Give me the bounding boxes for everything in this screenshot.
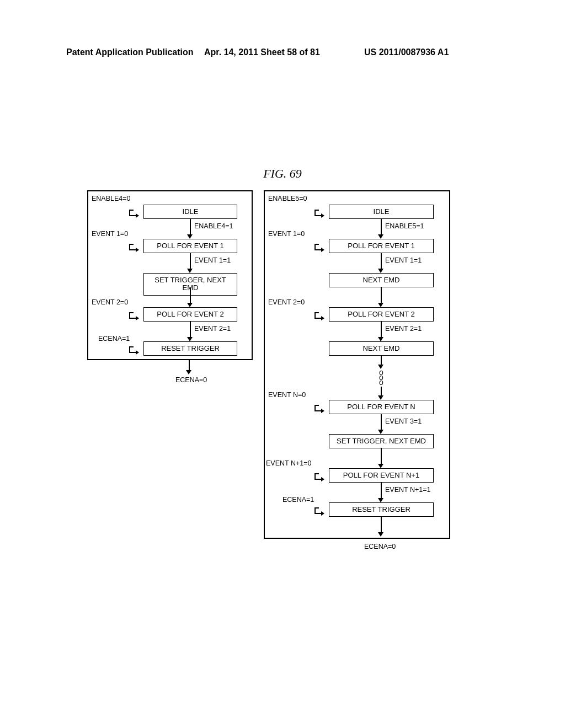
label-ecena0-left: ECENA=0 — [175, 376, 207, 384]
loop-icon — [315, 507, 326, 515]
loop-icon — [129, 312, 140, 320]
loop-icon — [315, 244, 326, 251]
label-event1-1-right: EVENT 1=1 — [385, 256, 422, 264]
label-event2-0-left: EVENT 2=0 — [92, 298, 128, 306]
label-ecena0-right: ECENA=0 — [364, 543, 396, 550]
state-trigger-right: SET TRIGGER, NEXT EMD — [329, 434, 434, 448]
label-event1-1-left: EVENT 1=1 — [194, 256, 231, 264]
label-eventN-0: EVENT N=0 — [268, 391, 306, 399]
label-event2-1-right: EVENT 2=1 — [385, 325, 422, 333]
header-publication: Patent Application Publication — [66, 47, 194, 57]
state-poll1-left: POLL FOR EVENT 1 — [143, 239, 237, 253]
loop-icon — [315, 210, 326, 217]
label-ecena1-left: ECENA=1 — [98, 335, 130, 342]
loop-icon — [129, 346, 140, 354]
loop-icon — [129, 244, 140, 251]
loop-icon — [315, 473, 326, 481]
state-pollN1-right: POLL FOR EVENT N+1 — [329, 468, 434, 483]
label-enable4-0: ENABLE4=0 — [92, 195, 131, 202]
label-eventN1-0: EVENT N+1=0 — [266, 459, 311, 467]
label-eventN1-1: EVENT N+1=1 — [385, 486, 430, 494]
label-ecena1-right: ECENA=1 — [282, 496, 314, 504]
label-enable4-1: ENABLE4=1 — [194, 222, 233, 230]
right-fsm-panel: ENABLE5=0 IDLE ENABLE5=1 EVENT 1=0 POLL … — [264, 190, 450, 539]
figure-title: FIG. 69 — [0, 167, 565, 181]
header-pubnum: US 2011/0087936 A1 — [364, 47, 449, 57]
label-event2-0-right: EVENT 2=0 — [268, 298, 305, 306]
label-enable5-0: ENABLE5=0 — [268, 195, 307, 202]
label-event2-1-left: EVENT 2=1 — [194, 325, 231, 333]
ellipsis-icon: ooo — [379, 370, 384, 385]
label-event1-0-right: EVENT 1=0 — [268, 230, 305, 238]
label-enable5-1: ENABLE5=1 — [385, 222, 424, 230]
state-poll2-left: POLL FOR EVENT 2 — [143, 307, 237, 322]
state-pollN-right: POLL FOR EVENT N — [329, 400, 434, 414]
state-idle-right: IDLE — [329, 205, 434, 219]
left-fsm-panel: ENABLE4=0 IDLE ENABLE4=1 EVENT 1=0 POLL … — [87, 190, 253, 360]
state-next2-right: NEXT EMD — [329, 341, 434, 356]
loop-icon — [315, 405, 326, 413]
state-idle-left: IDLE — [143, 205, 237, 219]
label-event3-1: EVENT 3=1 — [385, 417, 422, 425]
state-reset-left: RESET TRIGGER — [143, 341, 237, 356]
label-event1-0-left: EVENT 1=0 — [92, 230, 128, 238]
state-next1-right: NEXT EMD — [329, 273, 434, 287]
loop-icon — [315, 312, 326, 320]
state-reset-right: RESET TRIGGER — [329, 502, 434, 517]
loop-icon — [129, 210, 140, 217]
header-date-sheet: Apr. 14, 2011 Sheet 58 of 81 — [204, 47, 320, 57]
state-poll1-right: POLL FOR EVENT 1 — [329, 239, 434, 253]
state-poll2-right: POLL FOR EVENT 2 — [329, 307, 434, 322]
